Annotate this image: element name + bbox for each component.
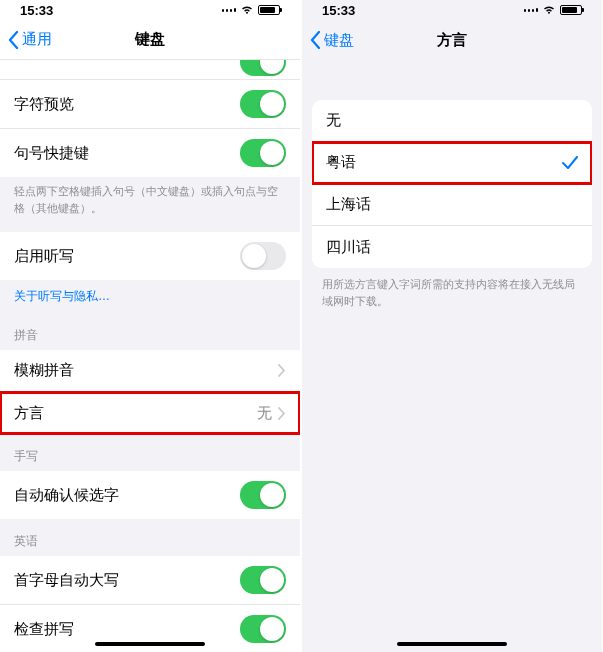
group-pinyin: 模糊拼音 方言 无	[0, 350, 300, 434]
row-label: 首字母自动大写	[14, 571, 119, 590]
cellular-icon	[524, 8, 538, 12]
row-label: 句号快捷键	[14, 144, 89, 163]
battery-icon	[560, 5, 582, 15]
back-label: 键盘	[324, 31, 354, 50]
nav-bar: 通用 键盘	[0, 20, 300, 60]
toggle-switch[interactable]	[240, 60, 286, 76]
row-dictation[interactable]: 启用听写	[0, 232, 300, 280]
toggle-switch[interactable]	[240, 242, 286, 270]
section-header-pinyin: 拼音	[0, 313, 300, 350]
status-icons	[222, 5, 280, 15]
toggle-switch[interactable]	[240, 615, 286, 643]
row-label: 上海话	[326, 195, 371, 214]
row-label: 粤语	[326, 153, 356, 172]
detail-value: 无	[257, 404, 272, 423]
battery-icon	[258, 5, 280, 15]
status-icons	[524, 5, 582, 15]
row-option-cantonese[interactable]: 粤语	[312, 142, 592, 184]
row-auto-cap[interactable]: 首字母自动大写	[0, 556, 300, 605]
chevron-left-icon	[310, 31, 321, 49]
check-icon	[562, 156, 578, 170]
status-bar: 15:33	[302, 0, 602, 20]
home-indicator	[95, 642, 205, 646]
toggle-switch[interactable]	[240, 481, 286, 509]
row-label: 模糊拼音	[14, 361, 74, 380]
status-bar: 15:33	[0, 0, 300, 20]
back-label: 通用	[22, 30, 52, 49]
right-screen: 15:33 键盘 方言 无 粤语 上海话 四川话	[302, 0, 602, 652]
chevron-right-icon	[278, 407, 286, 420]
content: 字符预览 句号快捷键 轻点两下空格键插入句号（中文键盘）或插入句点与空格（其他键…	[0, 60, 300, 652]
chevron-right-icon	[278, 364, 286, 377]
row-label: 无	[326, 111, 341, 130]
row-label: 自动确认候选字	[14, 486, 119, 505]
row-dialect[interactable]: 方言 无	[0, 392, 300, 434]
content: 无 粤语 上海话 四川话 用所选方言键入字词所需的支持内容将在接入无线局域网时下…	[302, 60, 602, 317]
toggle-switch[interactable]	[240, 90, 286, 118]
toggle-switch[interactable]	[240, 139, 286, 167]
row-fuzzy-pinyin[interactable]: 模糊拼音	[0, 350, 300, 392]
section-header-english: 英语	[0, 519, 300, 556]
row-period-shortcut[interactable]: 句号快捷键	[0, 129, 300, 177]
section-header-handwriting: 手写	[0, 434, 300, 471]
toggle-switch[interactable]	[240, 566, 286, 594]
row-accessory	[278, 364, 286, 377]
cellular-icon	[222, 8, 236, 12]
row-option-none[interactable]: 无	[312, 100, 592, 142]
row-label: 启用听写	[14, 247, 74, 266]
footer-text: 用所选方言键入字词所需的支持内容将在接入无线局域网时下载。	[302, 268, 602, 317]
group-dialect-options: 无 粤语 上海话 四川话	[312, 100, 592, 268]
footer-text: 轻点两下空格键插入句号（中文键盘）或插入句点与空格（其他键盘）。	[0, 177, 300, 222]
group-dictation: 启用听写	[0, 232, 300, 280]
group-english: 首字母自动大写 检查拼写 输入预测 滑行键入时逐词删除	[0, 556, 300, 652]
status-time: 15:33	[322, 3, 355, 18]
home-indicator	[397, 642, 507, 646]
row-auto-confirm[interactable]: 自动确认候选字	[0, 471, 300, 519]
partial-row	[0, 60, 300, 80]
row-label: 字符预览	[14, 95, 74, 114]
chevron-left-icon	[8, 31, 19, 49]
row-option-sichuan[interactable]: 四川话	[312, 226, 592, 268]
back-button[interactable]: 通用	[8, 30, 52, 49]
nav-bar: 键盘 方言	[302, 20, 602, 60]
row-label: 方言	[14, 404, 44, 423]
row-label: 检查拼写	[14, 620, 74, 639]
wifi-icon	[240, 5, 254, 15]
left-screen: 15:33 通用 键盘 字符预览 句号快捷键 轻点两下空格键插入句号（中	[0, 0, 300, 652]
group-keyboard-options: 字符预览 句号快捷键	[0, 80, 300, 177]
group-handwriting: 自动确认候选字	[0, 471, 300, 519]
row-label: 四川话	[326, 238, 371, 257]
dictation-privacy-link[interactable]: 关于听写与隐私…	[0, 280, 300, 313]
wifi-icon	[542, 5, 556, 15]
row-char-preview[interactable]: 字符预览	[0, 80, 300, 129]
row-option-shanghainese[interactable]: 上海话	[312, 184, 592, 226]
row-accessory: 无	[257, 404, 286, 423]
back-button[interactable]: 键盘	[310, 31, 354, 50]
status-time: 15:33	[20, 3, 53, 18]
